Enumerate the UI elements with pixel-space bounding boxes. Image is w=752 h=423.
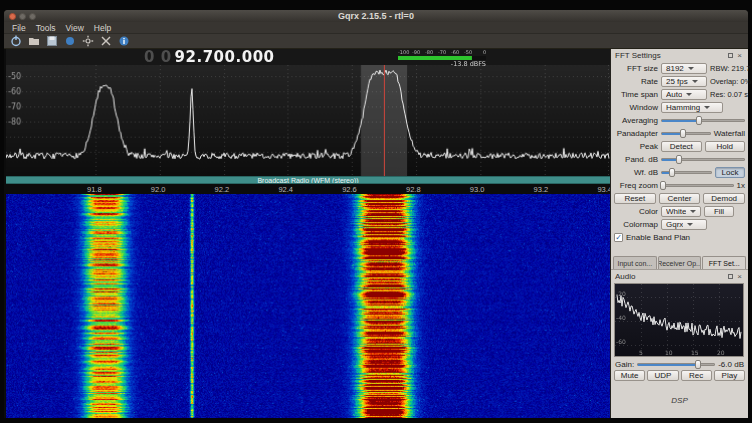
demod-button[interactable]: Demod (703, 193, 745, 204)
toolbar (4, 33, 748, 49)
freq-tick-label: 92.8 (406, 185, 421, 194)
frequency-scale[interactable]: 91.892.092.292.492.692.893.093.293.4 (6, 184, 610, 194)
fft-dock-header: FFT Settings × (611, 49, 748, 61)
rate-select[interactable]: 25 fps (661, 76, 707, 87)
color-select[interactable]: White (661, 206, 701, 217)
panadapter-split-slider[interactable] (661, 128, 711, 139)
waterfall-trail-label: Waterfall (714, 129, 745, 138)
freq-tick-label: 92.4 (278, 185, 293, 194)
panel-spacer (611, 244, 748, 256)
fft-settings-rows: FFT size 8192 RBW: 219.7 Hz Rate 25 fps … (611, 61, 748, 244)
save-button[interactable] (45, 35, 58, 48)
pand-db-slider[interactable] (661, 154, 745, 165)
window-title: Gqrx 2.15.5 - rtl=0 (4, 10, 748, 22)
gear-icon (82, 35, 94, 47)
window-label: Window (614, 103, 658, 112)
peak-detect-button[interactable]: Detect (661, 141, 702, 152)
float-dock-icon[interactable] (726, 51, 735, 60)
freq-tick-label: 92.6 (342, 185, 357, 194)
freq-tick-label: 93.2 (534, 185, 549, 194)
audio-plot-wrap (611, 282, 748, 358)
menu-item-tools[interactable]: Tools (31, 23, 61, 33)
chevron-down-icon (687, 223, 693, 226)
right-panel: FFT Settings × FFT size 8192 RBW: 219.7 … (610, 49, 748, 418)
waterfall-plot[interactable] (6, 194, 610, 418)
fft-settings-title: FFT Settings (615, 51, 726, 60)
menubar: File Tools View Help (4, 22, 748, 33)
fft-size-label: FFT size (614, 64, 658, 73)
chevron-down-icon (688, 67, 694, 70)
record-icon (64, 35, 76, 47)
tab-input-controls[interactable]: Input con... (613, 256, 657, 269)
audio-title: Audio (615, 272, 726, 281)
open-file-button[interactable] (27, 35, 40, 48)
titlebar[interactable]: Gqrx 2.15.5 - rtl=0 (4, 10, 748, 22)
minimize-button[interactable] (19, 13, 26, 20)
tab-receiver-options[interactable]: Receiver Op... (658, 256, 702, 269)
overlap-info: Overlap: 0% (710, 77, 751, 86)
menu-item-view[interactable]: View (61, 23, 89, 33)
freq-zoom-value: 1x (737, 181, 745, 190)
audio-dock-header: Audio × (611, 270, 748, 282)
close-dock-icon[interactable]: × (735, 51, 744, 60)
gain-label: Gain: (615, 360, 634, 369)
wf-db-slider[interactable] (661, 167, 712, 178)
meter-row: 0 092.700.000 (6, 49, 610, 65)
statusbar: DSP (611, 383, 748, 418)
center-button[interactable]: Center (659, 193, 701, 204)
peak-label: Peak (614, 142, 658, 151)
reset-button[interactable]: Reset (614, 193, 656, 204)
averaging-slider[interactable] (661, 115, 745, 126)
tools-button[interactable] (99, 35, 112, 48)
main-content: 0 092.700.000 Broadcast Radio (WFM (ster… (4, 49, 748, 418)
freq-tick-label: 92.2 (215, 185, 230, 194)
window-controls (9, 13, 36, 20)
power-icon (10, 35, 22, 47)
mute-button[interactable]: Mute (614, 370, 645, 381)
chevron-down-icon (686, 93, 692, 96)
close-button[interactable] (9, 13, 16, 20)
close-dock-icon[interactable]: × (735, 272, 744, 281)
chevron-down-icon (704, 106, 710, 109)
maximize-button[interactable] (29, 13, 36, 20)
freq-zoom-slider[interactable] (661, 180, 734, 191)
freq-zoom-label: Freq zoom (614, 181, 658, 190)
averaging-label: Averaging (614, 116, 658, 125)
wf-lock-button[interactable]: Lock (715, 167, 745, 178)
time-span-label: Time span (614, 90, 658, 99)
folder-icon (28, 35, 40, 47)
spectrum-plot[interactable] (6, 65, 610, 176)
time-span-select[interactable]: Auto (661, 89, 707, 100)
fill-button[interactable]: Fill (704, 206, 734, 217)
settings-button[interactable] (81, 35, 94, 48)
float-dock-icon[interactable] (726, 272, 735, 281)
audio-dock: Audio × Gain: -6.0 dB Mute UDP Rec Play (611, 269, 748, 383)
colormap-select[interactable]: Gqrx (661, 219, 707, 230)
window-select[interactable]: Hamming (661, 102, 723, 113)
gain-value: -6.0 dB (718, 360, 744, 369)
iq-record-button[interactable] (63, 35, 76, 48)
res-info: Res: 0.07 s (710, 90, 748, 99)
audio-spectrum-plot (614, 283, 744, 357)
fft-size-select[interactable]: 8192 (661, 63, 707, 74)
gain-slider[interactable] (637, 359, 715, 370)
rec-button[interactable]: Rec (681, 370, 712, 381)
tab-fft-settings[interactable]: FFT Set... (702, 256, 746, 269)
bandplan-bar[interactable]: Broadcast Radio (WFM (stereo)) (6, 176, 610, 185)
start-dsp-button[interactable] (9, 35, 22, 48)
udp-button[interactable]: UDP (647, 370, 678, 381)
chevron-down-icon (690, 210, 696, 213)
freq-tick-label: 93.0 (470, 185, 485, 194)
frequency-value: 92.700.000 (175, 48, 275, 66)
menu-item-file[interactable]: File (7, 23, 31, 33)
play-button[interactable]: Play (714, 370, 745, 381)
audio-buttons: Mute UDP Rec Play (611, 370, 748, 383)
crossed-tools-icon (100, 35, 112, 47)
menu-item-help[interactable]: Help (89, 23, 116, 33)
peak-hold-button[interactable]: Hold (705, 141, 746, 152)
wf-db-label: Wf. dB (614, 168, 658, 177)
enable-band-plan-checkbox[interactable]: ✓ (614, 233, 623, 242)
chevron-down-icon (692, 80, 698, 83)
frequency-display[interactable]: 0 092.700.000 (144, 49, 275, 66)
info-button[interactable] (117, 35, 130, 48)
